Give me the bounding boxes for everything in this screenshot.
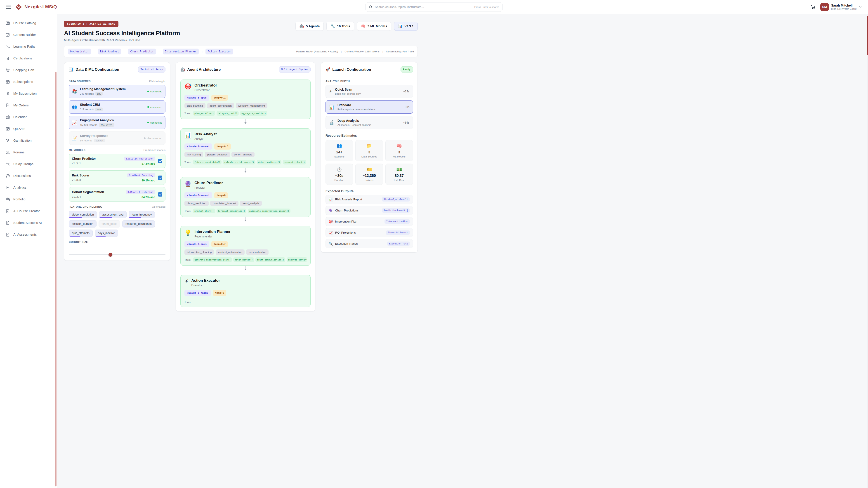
data-source-icon: 📈 [72, 121, 77, 125]
sidebar-item[interactable]: Discussions [0, 170, 57, 182]
sidebar-item-label: Calendar [13, 115, 27, 119]
feature-toggle-chip[interactable]: assessment_avg [99, 211, 127, 218]
sidebar-item-icon [5, 91, 10, 96]
sidebar-scrollbar[interactable] [55, 72, 57, 244]
model-checkbox[interactable] [158, 192, 162, 197]
sidebar-item[interactable]: Calendar [0, 111, 57, 123]
pipeline-step-chip: Risk Analyst [98, 48, 121, 55]
model-checkbox[interactable] [158, 175, 162, 180]
sidebar-item[interactable]: Course Catalog [0, 17, 57, 29]
technical-setup-badge: Technical Setup [138, 66, 165, 72]
status-dot [144, 137, 146, 139]
agent-capabilities: risk_scoring pattern_detection cohort_an… [184, 152, 307, 157]
sidebar-item[interactable]: Study Groups [0, 158, 57, 170]
data-source-row[interactable]: 📈 Engagement Analytics 15,420 records AN… [69, 116, 165, 129]
sidebar-item[interactable]: Student Success AI [0, 217, 57, 229]
agent-architecture-panel: 🤖 Agent Architecture Multi-Agent System … [176, 62, 315, 244]
main-content: SCENARIO 2 | AGENTIC AI DEMO AI Student … [57, 14, 424, 244]
ml-model-row[interactable]: Churn Predictor v2.3.1 Logistic Regressi… [69, 154, 165, 168]
output-icon: 🎯 [329, 220, 333, 223]
sidebar-item[interactable]: Portfolio [0, 193, 57, 205]
capability-chip: agent_coordination [207, 103, 234, 108]
agent-architecture-title: Agent Architecture [187, 67, 277, 72]
brand[interactable]: Nexgile-LMSiQ [16, 4, 57, 10]
resource-value: ~30s [328, 174, 351, 178]
sidebar-item-label: Certifications [13, 57, 32, 60]
launch-config-panel: 🚀 Launch Configuration Ready ANALYSIS DE… [321, 62, 418, 244]
robot-icon: 🤖 [180, 68, 185, 71]
sidebar-item[interactable]: Content Builder [0, 29, 57, 41]
sidebar-item-label: Study Groups [13, 162, 33, 166]
feature-toggle-chip[interactable]: forum_posts [98, 220, 121, 228]
output-icon: 🔍 [329, 242, 333, 244]
capability-chip: churn_prediction [184, 201, 209, 206]
tool-chip: predict_churn() [193, 208, 215, 213]
search-bar[interactable]: Press Enter to search [365, 2, 434, 12]
output-type-chip: PredictionResult[] [382, 208, 410, 213]
feature-chips: video_completion assessment_avg login_fr… [69, 211, 165, 237]
sidebar-item[interactable]: Gamification [0, 135, 57, 147]
sidebar-item[interactable]: My Orders [0, 99, 57, 111]
output-row: 🎯 Intervention Plan InterventionPlan [326, 217, 413, 226]
sidebar-item[interactable]: Certifications [0, 53, 57, 64]
status-text: disconnected [147, 137, 162, 140]
feature-toggle-chip[interactable]: login_frequency [129, 211, 155, 218]
agent-model-chip: claude-3-opus [184, 241, 209, 244]
agent-card: 📊 Risk Analyst Analyst claude-3-sonnet t… [180, 128, 311, 168]
sidebar-item[interactable]: Quizzes [0, 123, 57, 135]
data-source-row[interactable]: 👥 Student CRM 312 records CRM connected [69, 100, 165, 113]
feature-toggle-chip[interactable]: session_duration [69, 220, 96, 228]
tools-label: Tools: [184, 210, 191, 213]
ml-model-row[interactable]: Risk Scorer v1.8.0 Gradient Boosting 89.… [69, 170, 165, 185]
model-accuracy: 89.1% acc [127, 179, 155, 182]
search-input[interactable] [375, 5, 434, 8]
sidebar-item[interactable]: Shopping Cart [0, 64, 57, 76]
data-source-records: 312 records [80, 108, 94, 111]
sidebar-item[interactable]: Learning Paths [0, 41, 57, 53]
data-config-panel: 📊 Data & ML Configuration Technical Setu… [64, 62, 170, 244]
status-text: connected [150, 121, 162, 124]
sidebar-item-icon [5, 221, 10, 225]
status-dot [147, 91, 149, 92]
capability-chip: workflow_management [236, 103, 268, 108]
status-text: connected [150, 90, 162, 93]
sidebar-item-icon [5, 44, 10, 49]
sidebar-item[interactable]: Analytics [0, 182, 57, 193]
capability-chip: completion_forecast [210, 201, 239, 206]
sidebar-item-icon [5, 115, 10, 120]
feature-toggle-chip[interactable]: quiz_attempts [69, 230, 93, 237]
ml-model-row[interactable]: Cohort Segmentation v1.2.4 K-Means Clust… [69, 187, 165, 201]
data-source-row[interactable]: 📚 Learning Management System 247 records… [69, 85, 165, 98]
resource-value: $0.37 [388, 174, 411, 178]
model-checkbox[interactable] [158, 159, 162, 163]
output-name: ROI Projections [335, 231, 356, 234]
resource-icon: 🧠 [396, 143, 402, 148]
data-source-status: connected [147, 121, 162, 124]
output-type-chip: FinancialImpact [386, 230, 410, 235]
menu-button[interactable] [6, 5, 11, 9]
depth-icon: 📊 [329, 105, 335, 109]
feature-toggle-chip[interactable]: days_inactive [95, 230, 118, 237]
sidebar-item-label: Analytics [13, 186, 26, 189]
data-source-status: disconnected [144, 137, 162, 140]
sidebar-item[interactable]: Forums [0, 147, 57, 158]
arrow-right-icon: → [93, 50, 96, 53]
data-source-icon: 📚 [72, 89, 77, 94]
sidebar-item[interactable]: My Subscription [0, 88, 57, 99]
sidebar-item[interactable]: AI Assessments [0, 229, 57, 240]
model-accuracy: 84.2% acc [126, 196, 155, 199]
output-name: Risk Analysis Report [335, 198, 362, 201]
pipeline-bar: →Orchestrator →Risk Analyst →Churn Predi… [64, 46, 418, 57]
data-source-row[interactable]: 📝 Survey Responses 89 records SURVEY dis… [69, 131, 165, 145]
data-source-name: Student CRM [80, 103, 103, 106]
pipeline-step-chip: Intervention Planner [163, 48, 198, 55]
sidebar-item[interactable]: Subscriptions [0, 76, 57, 88]
stat-label: v2.3.1 [405, 24, 414, 28]
analysis-depth-option[interactable]: 🔬 Deep Analysis All models + content ana… [326, 116, 413, 129]
feature-toggle-chip[interactable]: video_completion [69, 211, 97, 218]
pipeline-steps: →Orchestrator →Risk Analyst →Churn Predi… [68, 48, 233, 55]
feature-toggle-chip[interactable]: resource_downloads [122, 220, 155, 228]
analysis-depth-option[interactable]: ⚡ Quick Scan Basic risk scoring only ~15… [326, 85, 413, 98]
sidebar-item[interactable]: AI Course Creator [0, 205, 57, 217]
analysis-depth-option[interactable]: 📊 Standard Full analysis + recommendatio… [326, 100, 413, 113]
